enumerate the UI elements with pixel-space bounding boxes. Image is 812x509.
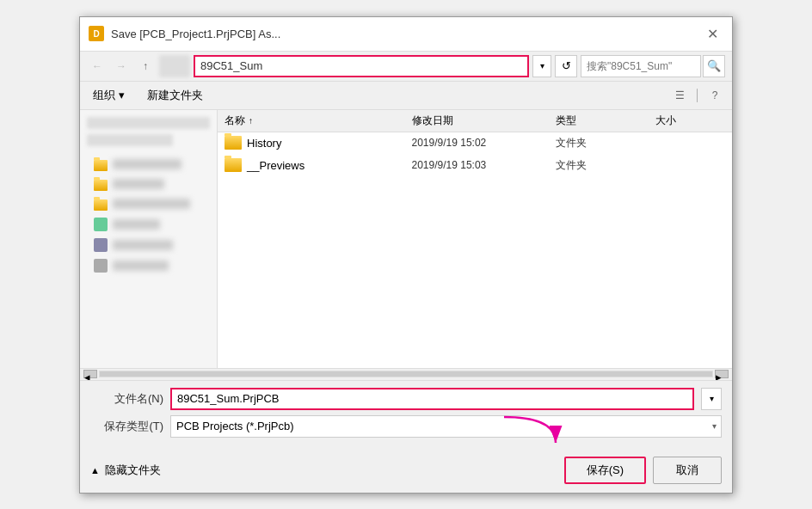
new-folder-button[interactable]: 新建文件夹 bbox=[141, 85, 209, 106]
sidebar-label-5 bbox=[113, 240, 173, 250]
path-icon-area bbox=[159, 55, 190, 77]
action-bar: 组织 ▾ 新建文件夹 ☰ │ ? bbox=[80, 82, 732, 110]
cancel-button[interactable]: 取消 bbox=[653, 457, 722, 484]
save-button[interactable]: 保存(S) bbox=[564, 457, 646, 484]
file-area: 名称 ↑ 修改日期 类型 大小 History 2019/9/19 15:02 … bbox=[218, 110, 732, 368]
organize-button[interactable]: 组织 ▾ bbox=[87, 85, 131, 106]
main-content: 名称 ↑ 修改日期 类型 大小 History 2019/9/19 15:02 … bbox=[80, 110, 732, 368]
col-header-name[interactable]: 名称 ↑ bbox=[218, 113, 405, 128]
sidebar-item-5[interactable] bbox=[87, 235, 210, 255]
folder-icon bbox=[225, 158, 242, 172]
divider: │ bbox=[694, 89, 701, 101]
bottom-panel: 文件名(N) ▾ 保存类型(T) PCB Projects (*.PrjPcb)… bbox=[80, 380, 732, 450]
search-icon: 🔍 bbox=[707, 59, 721, 72]
filename-dropdown[interactable]: ▾ bbox=[701, 388, 722, 410]
help-button[interactable]: ? bbox=[704, 85, 725, 106]
button-group: 保存(S) 取消 bbox=[564, 457, 722, 484]
path-dropdown-button[interactable]: ▾ bbox=[532, 55, 551, 77]
sidebar bbox=[80, 110, 218, 368]
save-dialog: D Save [PCB_Project1.PrjPCB] As... ✕ ← →… bbox=[79, 16, 733, 494]
filetype-select-wrapper: PCB Projects (*.PrjPcb) ▾ bbox=[170, 415, 722, 438]
table-row[interactable]: __Previews 2019/9/19 15:03 文件夹 bbox=[218, 155, 732, 177]
file-name-cell: History bbox=[218, 136, 405, 150]
col-header-type[interactable]: 类型 bbox=[549, 113, 649, 128]
view-toggle-button[interactable]: ☰ bbox=[670, 85, 691, 106]
scrollbar-track[interactable] bbox=[99, 371, 713, 377]
view-options: ☰ │ ? bbox=[670, 85, 725, 106]
refresh-button[interactable]: ↺ bbox=[555, 55, 577, 77]
search-bar: 🔍 bbox=[581, 55, 725, 77]
sidebar-label-6 bbox=[113, 261, 169, 271]
col-header-date[interactable]: 修改日期 bbox=[405, 113, 549, 128]
forward-button[interactable]: → bbox=[111, 56, 132, 77]
file-date-cell: 2019/9/19 15:02 bbox=[405, 137, 549, 149]
filename-row: 文件名(N) ▾ bbox=[90, 388, 722, 410]
folder-icon bbox=[94, 160, 108, 171]
special-icon bbox=[94, 218, 108, 231]
app-icon: D bbox=[89, 26, 104, 41]
dialog-title: Save [PCB_Project1.PrjPCB] As... bbox=[111, 28, 280, 40]
sidebar-label-3 bbox=[113, 199, 190, 209]
sidebar-item-1[interactable] bbox=[87, 155, 210, 175]
file-list: History 2019/9/19 15:02 文件夹 __Previews 2… bbox=[218, 132, 732, 368]
path-bar: ▾ ↺ bbox=[159, 55, 577, 77]
file-name-cell: __Previews bbox=[218, 158, 405, 172]
sidebar-label-2 bbox=[113, 179, 164, 189]
table-row[interactable]: History 2019/9/19 15:02 文件夹 bbox=[218, 132, 732, 155]
navigation-toolbar: ← → ↑ ▾ ↺ 🔍 bbox=[80, 52, 732, 82]
sidebar-item-3[interactable] bbox=[87, 194, 210, 214]
sidebar-label-4 bbox=[113, 219, 160, 230]
sidebar-label-1 bbox=[113, 159, 181, 169]
scrollbar-area: ◂ ▸ bbox=[80, 368, 732, 380]
path-input[interactable] bbox=[194, 55, 529, 77]
title-bar: D Save [PCB_Project1.PrjPCB] As... ✕ bbox=[80, 17, 732, 52]
sidebar-item-6[interactable] bbox=[87, 255, 210, 276]
sidebar-item-2[interactable] bbox=[87, 175, 210, 194]
filetype-row: 保存类型(T) PCB Projects (*.PrjPcb) ▾ bbox=[90, 415, 722, 438]
back-button[interactable]: ← bbox=[87, 56, 108, 77]
chevron-up-icon: ▲ bbox=[90, 465, 100, 475]
scroll-left-btn[interactable]: ◂ bbox=[83, 370, 97, 378]
footer-bar: ▲ 隐藏文件夹 保存(S) 取消 bbox=[80, 450, 732, 493]
file-type-cell: 文件夹 bbox=[549, 158, 649, 173]
filename-input[interactable] bbox=[170, 388, 694, 410]
up-button[interactable]: ↑ bbox=[135, 56, 156, 77]
scroll-right-btn[interactable]: ▸ bbox=[715, 370, 729, 378]
folder-icon bbox=[94, 199, 108, 211]
col-header-size[interactable]: 大小 bbox=[649, 113, 732, 128]
sidebar-item-4[interactable] bbox=[87, 214, 210, 235]
search-button[interactable]: 🔍 bbox=[703, 55, 725, 77]
scrollbar-thumb[interactable] bbox=[100, 371, 712, 377]
folder-icon bbox=[94, 180, 108, 191]
search-input[interactable] bbox=[581, 55, 701, 77]
filename-label: 文件名(N) bbox=[90, 391, 163, 407]
title-bar-left: D Save [PCB_Project1.PrjPCB] As... bbox=[89, 26, 280, 41]
filetype-select[interactable]: PCB Projects (*.PrjPcb) bbox=[170, 415, 722, 438]
drive-icon-2 bbox=[94, 259, 108, 273]
file-date-cell: 2019/9/19 15:03 bbox=[405, 159, 549, 171]
empty-area bbox=[218, 177, 732, 332]
file-header: 名称 ↑ 修改日期 类型 大小 bbox=[218, 110, 732, 132]
folder-icon bbox=[225, 136, 242, 150]
drive-icon bbox=[94, 238, 108, 252]
close-button[interactable]: ✕ bbox=[702, 24, 723, 44]
filetype-label: 保存类型(T) bbox=[90, 419, 163, 434]
sidebar-blurred-area bbox=[80, 113, 217, 279]
hide-folders-toggle[interactable]: ▲ 隐藏文件夹 bbox=[90, 463, 161, 478]
file-type-cell: 文件夹 bbox=[549, 136, 649, 150]
